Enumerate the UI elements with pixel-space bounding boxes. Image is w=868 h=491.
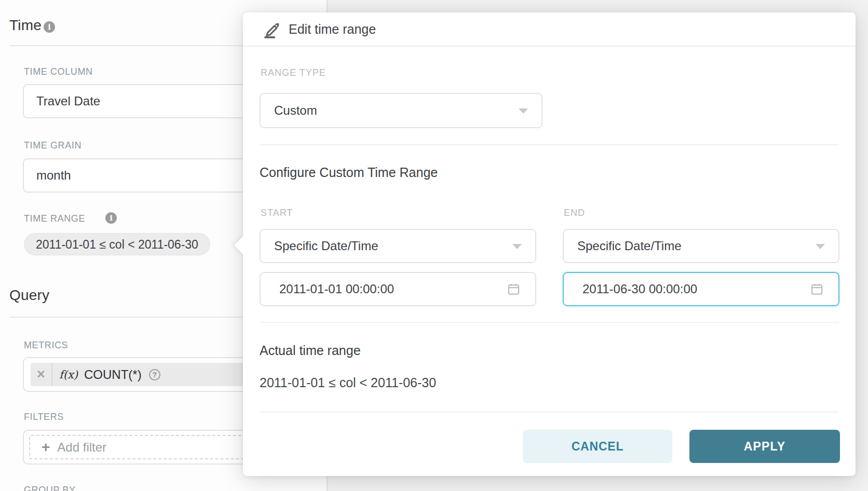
- add-filter-label: Add filter: [57, 440, 106, 455]
- footer-divider: [260, 412, 839, 413]
- end-date-field: [563, 272, 839, 306]
- actual-range-heading: Actual time range: [260, 343, 361, 358]
- range-type-value: Custom: [274, 103, 317, 118]
- range-type-select[interactable]: Custom: [260, 93, 542, 128]
- group-by-label: GROUP BY: [24, 485, 76, 491]
- info-icon[interactable]: [44, 21, 55, 33]
- end-mode-select[interactable]: Specific Date/Time: [563, 229, 839, 263]
- modal-divider: [260, 322, 839, 323]
- modal-title: Edit time range: [289, 12, 376, 46]
- edit-pencil-icon: [262, 19, 281, 39]
- help-icon[interactable]: [149, 369, 160, 380]
- time-grain-value: month: [36, 168, 71, 183]
- cancel-button[interactable]: CANCEL: [523, 430, 672, 463]
- time-section-title: Time: [9, 17, 42, 34]
- time-range-pill[interactable]: 2011-01-01 ≤ col < 2011-06-30: [24, 233, 210, 255]
- chevron-down-icon: [816, 244, 825, 249]
- start-label: START: [261, 208, 293, 219]
- metrics-label: METRICS: [24, 340, 68, 351]
- range-type-label: RANGE TYPE: [261, 67, 326, 78]
- calendar-icon[interactable]: [507, 282, 521, 296]
- time-grain-label: TIME GRAIN: [24, 140, 82, 151]
- query-section-title: Query: [9, 287, 49, 304]
- time-column-label: TIME COLUMN: [24, 66, 93, 77]
- close-icon[interactable]: [31, 367, 51, 381]
- chevron-down-icon: [512, 244, 522, 249]
- info-icon[interactable]: [105, 212, 117, 224]
- fx-icon: f(x): [59, 369, 78, 381]
- start-mode-value: Specific Date/Time: [274, 239, 378, 253]
- end-label: END: [564, 208, 585, 219]
- end-mode-value: Specific Date/Time: [577, 239, 682, 253]
- time-range-label: TIME RANGE: [24, 213, 85, 224]
- time-column-value: Travel Date: [36, 94, 100, 108]
- modal-header: Edit time range: [243, 12, 856, 47]
- edit-time-range-modal: Edit time range RANGE TYPE Custom Config…: [243, 12, 856, 476]
- start-date-field: [260, 272, 536, 306]
- start-mode-select[interactable]: Specific Date/Time: [260, 229, 536, 263]
- apply-button[interactable]: APPLY: [689, 430, 840, 463]
- chip-separator: [51, 363, 52, 386]
- plus-icon: [42, 440, 50, 455]
- calendar-icon[interactable]: [810, 282, 824, 296]
- modal-divider: [260, 144, 839, 145]
- end-date-input[interactable]: [582, 273, 806, 305]
- filters-label: FILTERS: [24, 412, 64, 422]
- actual-range-value: 2011-01-01 ≤ col < 2011-06-30: [260, 375, 436, 390]
- chevron-down-icon: [519, 108, 528, 114]
- configure-heading: Configure Custom Time Range: [260, 165, 438, 180]
- start-date-input[interactable]: [279, 273, 503, 305]
- explore-page: Time TIME COLUMN Travel Date TIME GRAIN …: [0, 0, 868, 491]
- metric-name: COUNT(*): [84, 367, 142, 382]
